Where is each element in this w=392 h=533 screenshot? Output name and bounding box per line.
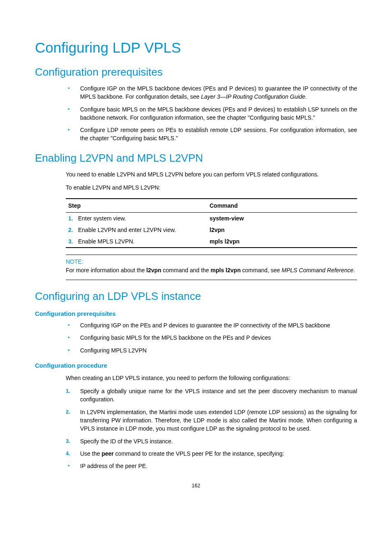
note-text: For more information about the l2vpn com… — [66, 266, 357, 275]
page-title: Configuring LDP VPLS — [35, 39, 357, 56]
procedure-list: Specify a globally unique name for the V… — [35, 387, 357, 470]
prereq-list: Configure IGP on the MPLS backbone devic… — [35, 84, 357, 143]
command-table: Step Command 1.Enter system view. system… — [66, 198, 357, 248]
command-text: mpls l2vpn — [207, 236, 357, 248]
table-row: 3.Enable MPLS L2VPN. mpls l2vpn — [66, 236, 357, 248]
list-item: Use the peer command to create the VPLS … — [35, 450, 357, 458]
subsection-heading-prereq: Configuration prerequisites — [35, 310, 357, 317]
list-item: Configuring IGP on the PEs and P devices… — [35, 321, 357, 329]
page-number: 162 — [35, 483, 357, 489]
body-text: To enable L2VPN and MPLS L2VPN: — [35, 183, 357, 192]
list-item: Configure LDP remote peers on PEs to est… — [35, 126, 357, 143]
list-item: Specify the ID of the VPLS instance. — [35, 437, 357, 445]
command-text: system-view — [207, 213, 357, 225]
note-label: NOTE: — [66, 258, 357, 265]
table-row: 2.Enable L2VPN and enter L2VPN view. l2v… — [66, 224, 357, 236]
list-item: Configuring basic MPLS for the MPLS back… — [35, 334, 357, 342]
section-heading-l2vpn: Enabling L2VPN and MPLS L2VPN — [35, 152, 357, 165]
list-item: In L2VPN implementation, the Martini mod… — [35, 408, 357, 433]
list-item: Configure basic MPLS on the MPLS backbon… — [35, 105, 357, 122]
body-text: You need to enable L2VPN and MPLS L2VPN … — [35, 170, 357, 178]
command-text: l2vpn — [207, 224, 357, 236]
list-item: Configuring MPLS L2VPN — [35, 346, 357, 355]
list-item: IP address of the peer PE. — [35, 462, 357, 470]
list-item: Specify a globally unique name for the V… — [35, 387, 357, 404]
section-heading-prereq: Configuration prerequisites — [35, 66, 357, 79]
table-header-step: Step — [66, 199, 207, 213]
body-text: When creating an LDP VPLS instance, you … — [35, 374, 357, 382]
list-item: Configure IGP on the MPLS backbone devic… — [35, 84, 357, 101]
table-header-command: Command — [207, 199, 357, 213]
note-block: NOTE: For more information about the l2v… — [66, 255, 357, 280]
document-page: Configuring LDP VPLS Configuration prere… — [0, 0, 392, 513]
table-row: 1.Enter system view. system-view — [66, 213, 357, 225]
sub-prereq-list: Configuring IGP on the PEs and P devices… — [35, 321, 357, 355]
section-heading-instance: Configuring an LDP VPLS instance — [35, 290, 357, 303]
subsection-heading-procedure: Configuration procedure — [35, 362, 357, 369]
